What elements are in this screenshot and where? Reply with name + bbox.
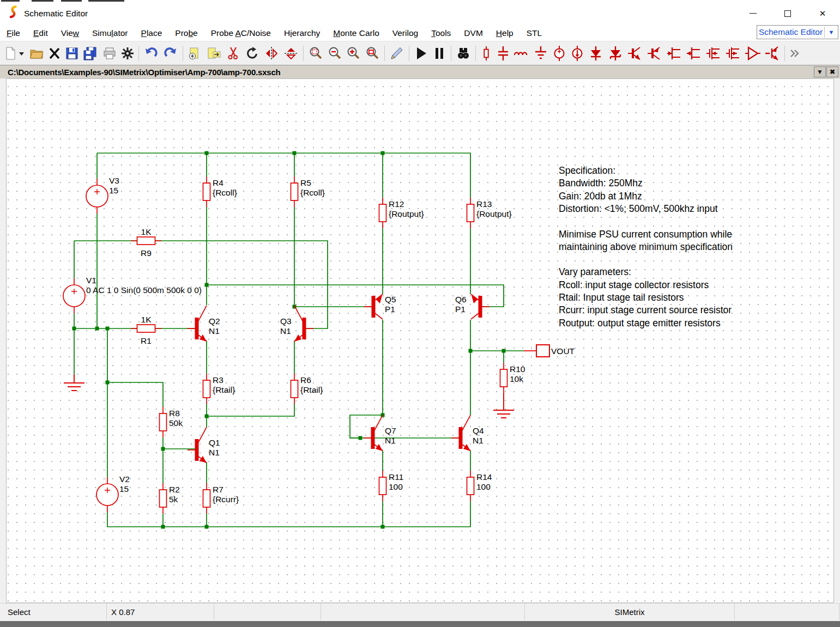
voltage-source-V2[interactable]: V215: [96, 474, 130, 512]
bjt-array-icon[interactable]: [763, 44, 782, 63]
menu-hierarchy[interactable]: Hierarchy: [277, 27, 327, 40]
jfet-n-icon[interactable]: [664, 44, 684, 63]
resistor-R4[interactable]: R4{Rcoll}: [203, 176, 237, 207]
combo-label: Schematic Editor: [757, 27, 824, 37]
transistor-Q5[interactable]: Q5P1: [364, 294, 396, 319]
diode-alt-icon[interactable]: [606, 44, 625, 63]
transistor-Q7[interactable]: Q7N1: [364, 415, 396, 451]
editor-mode-combobox[interactable]: Schematic Editor ▼: [757, 25, 838, 39]
menu-edit[interactable]: Edit: [27, 27, 55, 40]
mirror-horizontal-icon[interactable]: [281, 44, 301, 63]
transistor-Q6[interactable]: Q6P1: [455, 294, 490, 319]
new-sheet-icon[interactable]: [185, 44, 204, 63]
zoom-extents-icon[interactable]: [362, 44, 382, 63]
folder-open-icon[interactable]: [27, 44, 46, 63]
run-icon[interactable]: [412, 44, 430, 63]
pathbar-close-button[interactable]: ✖: [826, 66, 838, 77]
svg-text:R7: R7: [213, 485, 223, 494]
menu-tools[interactable]: Tools: [425, 27, 457, 40]
voltage-source-V3[interactable]: V315: [86, 176, 119, 214]
transistor-Q2[interactable]: Q2N1: [188, 306, 220, 342]
mosfet-n-icon[interactable]: [704, 44, 723, 63]
wire-junction: [293, 151, 297, 155]
menu-verilog[interactable]: Verilog: [386, 27, 425, 40]
buffer-icon[interactable]: [743, 44, 763, 63]
resistor-R12[interactable]: R12{Routput}: [379, 198, 424, 228]
resistor-R7[interactable]: R7{Rcurr}: [203, 483, 239, 514]
current-source-icon[interactable]: [569, 44, 586, 63]
wire[interactable]: [350, 415, 383, 438]
resistor-R2[interactable]: R25k: [160, 483, 180, 514]
transistor-Q3[interactable]: Q3N1: [280, 306, 313, 342]
save-icon[interactable]: [63, 44, 81, 63]
menu-probe-ac-noise[interactable]: Probe AC/Noise: [204, 27, 277, 40]
pause-icon[interactable]: [430, 44, 449, 63]
rotate-icon[interactable]: [243, 44, 262, 63]
menu-help[interactable]: Help: [490, 27, 520, 40]
wire[interactable]: [207, 404, 294, 416]
resistor-icon[interactable]: [478, 44, 494, 63]
schematic-canvas[interactable]: R4{Rcoll}R5{Rcoll}R12{Routput}R13{Routpu…: [6, 78, 834, 603]
zoom-out-icon[interactable]: [325, 44, 344, 63]
jfet-p-icon[interactable]: [684, 44, 704, 63]
resistor-R9[interactable]: 1KR9: [131, 227, 161, 258]
mosfet-p-icon[interactable]: [723, 44, 743, 63]
toolbar-separator: [384, 46, 385, 61]
bjt-pnp-icon[interactable]: [645, 44, 664, 63]
resistor-R14[interactable]: R14100: [467, 471, 492, 501]
undo-icon[interactable]: [141, 44, 161, 63]
wire[interactable]: [107, 328, 163, 407]
bjt-npn-icon[interactable]: [625, 44, 645, 63]
svg-text:N1: N1: [473, 436, 484, 445]
resistor-R8[interactable]: R850k: [160, 407, 183, 437]
ground-symbol[interactable]: [64, 374, 84, 391]
voltage-source-icon[interactable]: [550, 44, 569, 63]
pathbar-collapse-button[interactable]: ▼: [814, 66, 826, 77]
find-binoculars-icon[interactable]: [454, 44, 473, 63]
transistor-Q1[interactable]: Q1N1: [188, 427, 220, 463]
resistor-R5[interactable]: R5{Rcoll}: [291, 176, 325, 207]
cut-icon[interactable]: [223, 44, 243, 63]
menu-place[interactable]: Place: [135, 27, 169, 40]
resistor-R6[interactable]: R6{Rtail}: [291, 374, 323, 404]
menu-file[interactable]: File: [0, 27, 27, 40]
voltage-source-V1[interactable]: V10 AC 1 0 Sin(0 500m 500k 0 0): [63, 276, 202, 313]
save-all-icon[interactable]: [81, 44, 100, 63]
menu-view[interactable]: View: [55, 27, 86, 40]
resistor-R3[interactable]: R3{Rtail}: [203, 374, 235, 404]
print-icon[interactable]: [100, 44, 119, 63]
chevron-down-icon[interactable]: ▼: [825, 29, 838, 35]
menu-monte-carlo[interactable]: Monte Carlo: [327, 27, 385, 40]
menu-dvm[interactable]: DVM: [457, 27, 489, 40]
resistor-R10[interactable]: R1010k: [500, 363, 525, 393]
terminal-vout[interactable]: VOUT: [524, 345, 575, 357]
ground-symbol[interactable]: [493, 393, 514, 418]
inductor-icon[interactable]: [512, 44, 531, 63]
wire-pencil-icon[interactable]: [387, 44, 407, 63]
more-chevron-icon[interactable]: [787, 44, 802, 63]
zoom-select-icon[interactable]: [306, 44, 325, 63]
doc-new-icon[interactable]: [2, 44, 27, 63]
diode-icon[interactable]: [586, 44, 606, 63]
wire[interactable]: [97, 153, 470, 198]
menu-stl[interactable]: STL: [520, 27, 548, 40]
resistor-R13[interactable]: R13{Routput}: [467, 198, 512, 228]
close-button[interactable]: ✕: [805, 2, 840, 25]
mirror-vertical-icon[interactable]: [262, 44, 281, 63]
resistor-R1[interactable]: 1KR1: [131, 315, 161, 345]
settings-gear-icon[interactable]: [119, 44, 136, 63]
export-sheet-icon[interactable]: [204, 44, 223, 63]
capacitor-icon[interactable]: [494, 44, 512, 63]
maximize-button[interactable]: [770, 2, 805, 25]
menu-simulator[interactable]: Simulator: [86, 27, 135, 40]
schematic-drawing[interactable]: R4{Rcoll}R5{Rcoll}R12{Routput}R13{Routpu…: [7, 79, 835, 604]
close-x-icon[interactable]: [46, 44, 63, 63]
transistor-Q4[interactable]: Q4N1: [451, 415, 484, 451]
menu-probe[interactable]: Probe: [168, 27, 204, 40]
minimize-button[interactable]: [735, 2, 770, 25]
svg-text:Rtail: Input stage tail resist: Rtail: Input stage tail resistors: [559, 292, 684, 303]
resistor-R11[interactable]: R11100: [379, 471, 404, 501]
zoom-in-icon[interactable]: [344, 44, 362, 63]
ground-icon[interactable]: [531, 44, 550, 63]
redo-icon[interactable]: [161, 44, 180, 63]
